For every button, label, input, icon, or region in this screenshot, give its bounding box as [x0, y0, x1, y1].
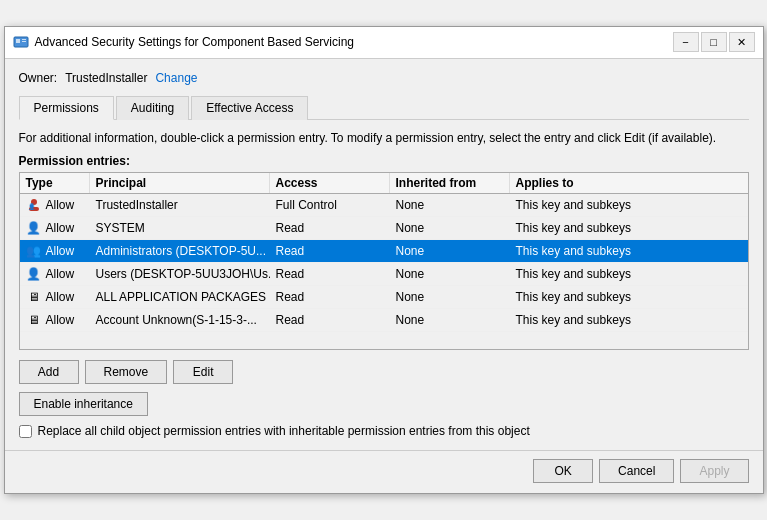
window-icon [13, 34, 29, 50]
edit-button[interactable]: Edit [173, 360, 233, 384]
titlebar: Advanced Security Settings for Component… [5, 27, 763, 59]
dialog-content: Owner: TrustedInstaller Change Permissio… [5, 59, 763, 494]
main-window: Advanced Security Settings for Component… [4, 26, 764, 495]
apply-button[interactable]: Apply [680, 459, 748, 483]
owner-row: Owner: TrustedInstaller Change [19, 71, 749, 85]
table-row[interactable]: 👤 Allow SYSTEM Read None This key and su… [20, 217, 748, 240]
cell-applies: This key and subkeys [510, 286, 690, 308]
cell-inherited: None [390, 240, 510, 262]
cell-principal: Administrators (DESKTOP-5U... [90, 240, 270, 262]
cell-access: Read [270, 286, 390, 308]
cell-type: 🖥 Allow [20, 309, 90, 331]
table-row[interactable]: 👤 Allow TrustedInstaller Full Control No… [20, 194, 748, 217]
app-icon: 🖥 [26, 312, 42, 328]
cell-principal: Account Unknown(S-1-15-3-... [90, 309, 270, 331]
dialog-footer: OK Cancel Apply [5, 450, 763, 493]
change-owner-link[interactable]: Change [155, 71, 197, 85]
enable-inheritance-button[interactable]: Enable inheritance [19, 392, 148, 416]
close-button[interactable]: ✕ [729, 32, 755, 52]
add-button[interactable]: Add [19, 360, 79, 384]
cell-inherited: None [390, 217, 510, 239]
table-row[interactable]: 🖥 Allow Account Unknown(S-1-15-3-... Rea… [20, 309, 748, 332]
col-principal: Principal [90, 173, 270, 193]
user-group-icon: 👥 [26, 243, 42, 259]
svg-rect-3 [22, 41, 26, 42]
cell-principal: SYSTEM [90, 217, 270, 239]
cell-access: Full Control [270, 194, 390, 216]
owner-value: TrustedInstaller [65, 71, 147, 85]
cell-type: 🖥 Allow [20, 286, 90, 308]
cell-type: 👤 Allow [20, 217, 90, 239]
cancel-button[interactable]: Cancel [599, 459, 674, 483]
replace-checkbox-row: Replace all child object permission entr… [19, 424, 749, 438]
user-icon: 👤 [26, 197, 42, 213]
cell-access: Read [270, 309, 390, 331]
owner-label: Owner: [19, 71, 58, 85]
svg-rect-2 [22, 39, 26, 40]
tab-bar: Permissions Auditing Effective Access [19, 95, 749, 120]
permissions-table: Type Principal Access Inherited from App… [19, 172, 749, 350]
replace-checkbox-label: Replace all child object permission entr… [38, 424, 530, 438]
cell-type: 👤 Allow [20, 263, 90, 285]
table-row[interactable]: 👤 Allow Users (DESKTOP-5UU3JOH\Us... Rea… [20, 263, 748, 286]
cell-principal: TrustedInstaller [90, 194, 270, 216]
cell-type: 👤 Allow [20, 194, 90, 216]
cell-access: Read [270, 263, 390, 285]
cell-principal: Users (DESKTOP-5UU3JOH\Us... [90, 263, 270, 285]
minimize-button[interactable]: − [673, 32, 699, 52]
col-access: Access [270, 173, 390, 193]
col-type: Type [20, 173, 90, 193]
user-icon: 👤 [26, 266, 42, 282]
info-text: For additional information, double-click… [19, 130, 749, 147]
ok-button[interactable]: OK [533, 459, 593, 483]
remove-button[interactable]: Remove [85, 360, 168, 384]
tab-effective-access[interactable]: Effective Access [191, 96, 308, 120]
replace-checkbox[interactable] [19, 425, 32, 438]
cell-inherited: None [390, 309, 510, 331]
tab-permissions[interactable]: Permissions [19, 96, 114, 120]
table-body: 👤 Allow TrustedInstaller Full Control No… [20, 194, 748, 349]
svg-text:👤: 👤 [28, 203, 36, 211]
cell-applies: This key and subkeys [510, 217, 690, 239]
table-row[interactable]: 🖥 Allow ALL APPLICATION PACKAGES Read No… [20, 286, 748, 309]
app-icon: 🖥 [26, 289, 42, 305]
cell-type: 👥 Allow [20, 240, 90, 262]
cell-applies: This key and subkeys [510, 240, 690, 262]
col-applies: Applies to [510, 173, 690, 193]
cell-access: Read [270, 240, 390, 262]
cell-inherited: None [390, 286, 510, 308]
window-title: Advanced Security Settings for Component… [35, 35, 673, 49]
user-icon: 👤 [26, 220, 42, 236]
permissions-section-label: Permission entries: [19, 154, 749, 168]
cell-applies: This key and subkeys [510, 309, 690, 331]
maximize-button[interactable]: □ [701, 32, 727, 52]
tab-auditing[interactable]: Auditing [116, 96, 189, 120]
col-inherited: Inherited from [390, 173, 510, 193]
table-header: Type Principal Access Inherited from App… [20, 173, 748, 194]
cell-principal: ALL APPLICATION PACKAGES [90, 286, 270, 308]
titlebar-buttons: − □ ✕ [673, 32, 755, 52]
cell-applies: This key and subkeys [510, 263, 690, 285]
action-buttons: Add Remove Edit [19, 360, 749, 384]
cell-applies: This key and subkeys [510, 194, 690, 216]
cell-inherited: None [390, 263, 510, 285]
svg-rect-1 [16, 39, 20, 43]
cell-access: Read [270, 217, 390, 239]
table-container: Type Principal Access Inherited from App… [19, 172, 749, 350]
table-row[interactable]: 👥 Allow Administrators (DESKTOP-5U... Re… [20, 240, 748, 263]
cell-inherited: None [390, 194, 510, 216]
